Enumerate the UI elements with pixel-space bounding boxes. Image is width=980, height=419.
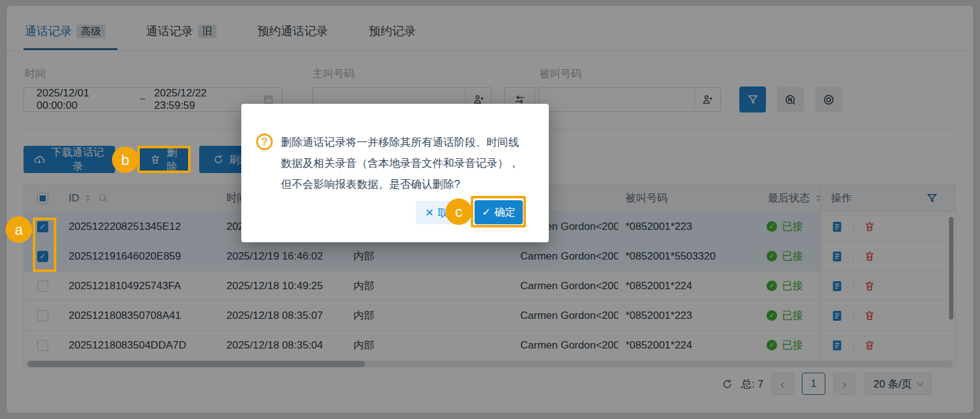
annotation-circle-a: a xyxy=(6,216,32,243)
annotation-box-confirm-button xyxy=(471,196,526,227)
question-circle-icon: ? xyxy=(256,133,273,150)
annotation-box-checkboxes xyxy=(33,218,56,272)
call-records-page: 通话记录 高级 通话记录 旧 预约通话记录 预约记录 时间 主叫号码 被叫号码 … xyxy=(0,0,980,419)
dialog-message: 删除通话记录将一并移除其所有通话阶段、时间线 数据及相关录音（含本地录音文件和录… xyxy=(281,132,535,195)
annotation-circle-b: b xyxy=(112,146,139,173)
x-icon: ✕ xyxy=(425,206,434,219)
annotation-box-delete-button xyxy=(137,146,191,173)
annotation-circle-c: c xyxy=(445,198,472,225)
